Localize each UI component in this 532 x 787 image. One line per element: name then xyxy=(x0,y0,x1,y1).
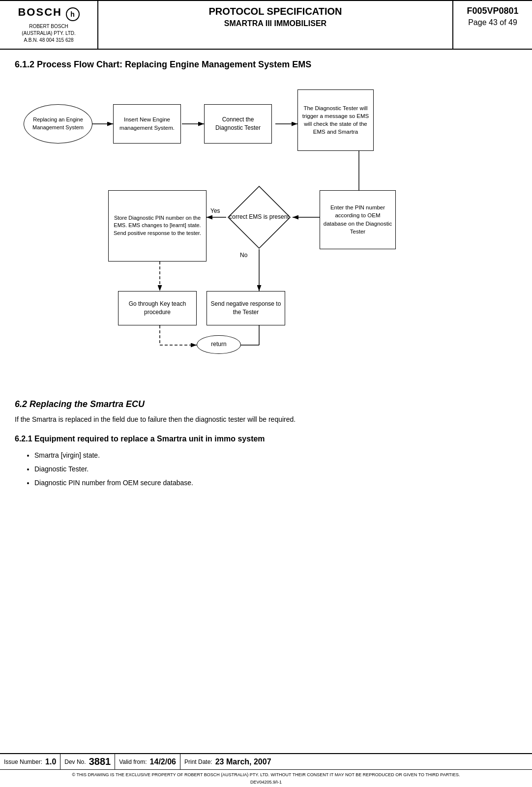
box-diagnostic-trigger: The Diagnostic Tester will trigger a mes… xyxy=(297,89,374,151)
yes-label: Yes xyxy=(210,207,220,214)
return-oval: return xyxy=(197,335,241,354)
header-right: F005VP0801 Page 43 of 49 xyxy=(453,1,532,49)
protocol-subtitle: SMARTRA III IMMOBILISER xyxy=(103,19,447,28)
bosch-logo: BOSCH h xyxy=(5,6,92,21)
section-62-heading: 6.2 Replacing the Smartra ECU xyxy=(15,399,517,409)
section-612-heading: 6.1.2 Process Flow Chart: Replacing Engi… xyxy=(15,59,517,70)
box-store-pin: Store Diagnostic PIN number on the EMS. … xyxy=(108,190,207,262)
dev-cell: Dev No. 3881 xyxy=(60,754,115,769)
diamond-correct-ems: correct EMS is present xyxy=(227,185,291,249)
page-footer: Issue Number: 1.0 Dev No. 3881 Valid fro… xyxy=(0,753,532,787)
flowchart-area: Replacing an Engine Management System In… xyxy=(15,80,517,384)
section-62-paragraph: If the Smartra is replaced in the field … xyxy=(15,414,517,425)
list-item: Diagnostic PIN number from OEM secure da… xyxy=(34,476,517,490)
footer-row1: Issue Number: 1.0 Dev No. 3881 Valid fro… xyxy=(0,754,532,770)
company-info: ROBERT BOSCH (AUSTRALIA) PTY. LTD. A.B.N… xyxy=(5,23,92,44)
footer-copyright: © THIS DRAWING IS THE EXCLUSIVE PROPERTY… xyxy=(0,770,532,787)
box-insert-engine: Insert New Engine management System. xyxy=(113,104,181,144)
box-send-negative: Send negative response to the Tester xyxy=(207,291,285,325)
bosch-icon: h xyxy=(66,7,80,21)
doc-number: F005VP0801 xyxy=(458,6,527,16)
valid-cell: Valid from: 14/2/06 xyxy=(115,754,180,769)
box-key-teach: Go through Key teach procedure xyxy=(118,291,197,325)
section-621-heading: 6.2.1 Equipment required to replace a Sm… xyxy=(15,435,517,443)
box-connect-tester: Connect the Diagnostic Tester xyxy=(204,104,272,144)
no-label: No xyxy=(240,252,247,259)
main-content: 6.1.2 Process Flow Chart: Replacing Engi… xyxy=(0,50,532,499)
equipment-list: Smartra [virgin] state. Diagnostic Teste… xyxy=(15,448,517,490)
start-oval: Replacing an Engine Management System xyxy=(24,104,92,144)
box-enter-pin: Enter the PIN number according to OEM da… xyxy=(320,190,396,249)
list-item: Diagnostic Tester. xyxy=(34,462,517,476)
page-info: Page 43 of 49 xyxy=(458,18,527,27)
bosch-wordmark: BOSCH xyxy=(18,6,61,18)
print-cell: Print Date: 23 March, 2007 xyxy=(180,754,275,769)
issue-cell: Issue Number: 1.0 xyxy=(0,754,60,769)
protocol-title: PROTOCOL SPECIFICATION xyxy=(103,6,447,17)
page-header: BOSCH h ROBERT BOSCH (AUSTRALIA) PTY. LT… xyxy=(0,0,532,50)
list-item: Smartra [virgin] state. xyxy=(34,448,517,462)
header-center: PROTOCOL SPECIFICATION SMARTRA III IMMOB… xyxy=(98,1,453,49)
logo-section: BOSCH h ROBERT BOSCH (AUSTRALIA) PTY. LT… xyxy=(0,1,98,49)
